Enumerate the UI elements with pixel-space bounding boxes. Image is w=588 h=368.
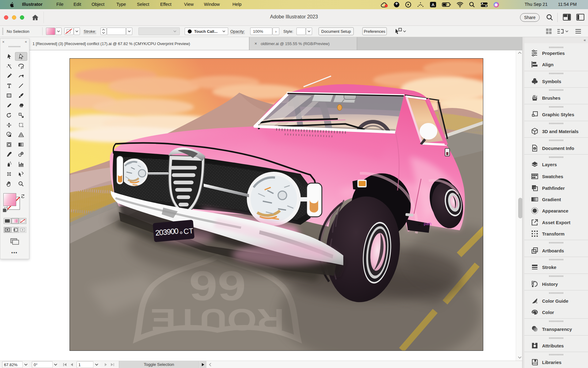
svg-text:path: path [424,221,432,226]
svg-text:CT: CT [183,226,194,236]
svg-text:A: A [432,2,435,7]
